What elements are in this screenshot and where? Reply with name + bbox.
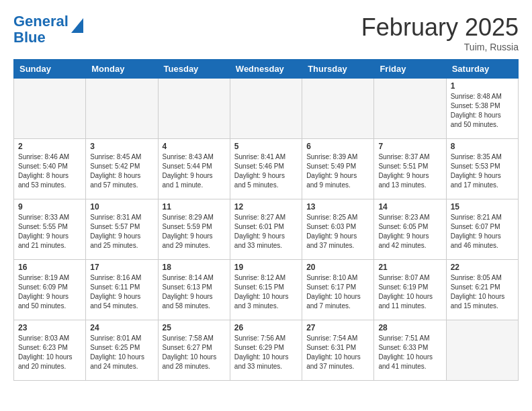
calendar-cell <box>158 79 230 139</box>
calendar-cell: 5Sunrise: 8:41 AM Sunset: 5:46 PM Daylig… <box>230 139 302 199</box>
calendar-body: 1Sunrise: 8:48 AM Sunset: 5:38 PM Daylig… <box>14 79 519 381</box>
calendar-cell: 17Sunrise: 8:16 AM Sunset: 6:11 PM Dayli… <box>86 260 158 320</box>
day-info: Sunrise: 8:46 AM Sunset: 5:40 PM Dayligh… <box>18 152 81 190</box>
day-info: Sunrise: 7:56 AM Sunset: 6:29 PM Dayligh… <box>234 334 298 371</box>
day-info: Sunrise: 7:58 AM Sunset: 6:27 PM Dayligh… <box>163 334 226 371</box>
day-header-saturday: Saturday <box>446 60 518 79</box>
day-header-sunday: Sunday <box>14 60 86 79</box>
day-number: 22 <box>451 263 514 272</box>
calendar-cell: 25Sunrise: 7:58 AM Sunset: 6:27 PM Dayli… <box>158 320 230 381</box>
calendar-cell: 24Sunrise: 8:01 AM Sunset: 6:25 PM Dayli… <box>86 320 158 381</box>
logo-text: General Blue <box>13 13 69 46</box>
calendar-cell: 3Sunrise: 8:45 AM Sunset: 5:42 PM Daylig… <box>86 139 158 199</box>
calendar-header-row: SundayMondayTuesdayWednesdayThursdayFrid… <box>14 60 519 79</box>
day-info: Sunrise: 8:29 AM Sunset: 5:59 PM Dayligh… <box>163 213 226 250</box>
day-number: 6 <box>306 142 369 151</box>
day-info: Sunrise: 8:01 AM Sunset: 6:25 PM Dayligh… <box>90 334 153 371</box>
day-number: 17 <box>90 263 153 272</box>
day-info: Sunrise: 8:14 AM Sunset: 6:13 PM Dayligh… <box>163 273 226 311</box>
day-info: Sunrise: 8:10 AM Sunset: 6:17 PM Dayligh… <box>306 273 369 311</box>
logo-line2: Blue <box>13 29 46 46</box>
calendar-cell: 7Sunrise: 8:37 AM Sunset: 5:51 PM Daylig… <box>374 139 446 199</box>
calendar-cell: 19Sunrise: 8:12 AM Sunset: 6:15 PM Dayli… <box>230 260 302 320</box>
calendar-week-3: 16Sunrise: 8:19 AM Sunset: 6:09 PM Dayli… <box>14 260 519 320</box>
day-number: 24 <box>90 323 153 332</box>
day-info: Sunrise: 8:16 AM Sunset: 6:11 PM Dayligh… <box>90 273 153 311</box>
day-info: Sunrise: 7:54 AM Sunset: 6:31 PM Dayligh… <box>306 334 369 371</box>
day-info: Sunrise: 8:37 AM Sunset: 5:51 PM Dayligh… <box>378 152 441 190</box>
day-number: 1 <box>451 81 514 91</box>
logo: General Blue <box>13 13 83 46</box>
day-number: 12 <box>234 202 298 212</box>
calendar-cell: 8Sunrise: 8:35 AM Sunset: 5:53 PM Daylig… <box>446 139 518 199</box>
calendar-cell: 6Sunrise: 8:39 AM Sunset: 5:49 PM Daylig… <box>302 139 374 199</box>
day-number: 2 <box>18 142 81 151</box>
calendar-week-2: 9Sunrise: 8:33 AM Sunset: 5:55 PM Daylig… <box>14 199 519 260</box>
logo-icon <box>71 18 83 33</box>
calendar-cell: 12Sunrise: 8:27 AM Sunset: 6:01 PM Dayli… <box>230 199 302 260</box>
day-info: Sunrise: 8:12 AM Sunset: 6:15 PM Dayligh… <box>234 273 298 311</box>
day-number: 9 <box>18 202 81 212</box>
day-number: 3 <box>90 142 153 151</box>
day-number: 25 <box>163 323 226 332</box>
day-info: Sunrise: 8:48 AM Sunset: 5:38 PM Dayligh… <box>451 92 514 130</box>
calendar-cell: 11Sunrise: 8:29 AM Sunset: 5:59 PM Dayli… <box>158 199 230 260</box>
day-number: 13 <box>306 202 369 212</box>
calendar-cell: 21Sunrise: 8:07 AM Sunset: 6:19 PM Dayli… <box>374 260 446 320</box>
calendar-cell: 16Sunrise: 8:19 AM Sunset: 6:09 PM Dayli… <box>14 260 86 320</box>
day-number: 28 <box>378 323 441 332</box>
day-number: 10 <box>90 202 153 212</box>
calendar-cell: 10Sunrise: 8:31 AM Sunset: 5:57 PM Dayli… <box>86 199 158 260</box>
day-info: Sunrise: 8:43 AM Sunset: 5:44 PM Dayligh… <box>163 152 226 190</box>
calendar-cell: 26Sunrise: 7:56 AM Sunset: 6:29 PM Dayli… <box>230 320 302 381</box>
calendar-cell: 1Sunrise: 8:48 AM Sunset: 5:38 PM Daylig… <box>446 79 518 139</box>
day-info: Sunrise: 8:07 AM Sunset: 6:19 PM Dayligh… <box>378 273 441 311</box>
day-number: 19 <box>234 263 298 272</box>
calendar-cell: 2Sunrise: 8:46 AM Sunset: 5:40 PM Daylig… <box>14 139 86 199</box>
calendar-cell <box>230 79 302 139</box>
calendar-week-1: 2Sunrise: 8:46 AM Sunset: 5:40 PM Daylig… <box>14 139 519 199</box>
day-info: Sunrise: 8:27 AM Sunset: 6:01 PM Dayligh… <box>234 213 298 250</box>
day-number: 8 <box>451 142 514 151</box>
day-info: Sunrise: 8:23 AM Sunset: 6:05 PM Dayligh… <box>378 213 441 250</box>
day-info: Sunrise: 8:21 AM Sunset: 6:07 PM Dayligh… <box>451 213 514 250</box>
calendar-week-4: 23Sunrise: 8:03 AM Sunset: 6:23 PM Dayli… <box>14 320 519 381</box>
calendar-cell: 28Sunrise: 7:51 AM Sunset: 6:33 PM Dayli… <box>374 320 446 381</box>
day-info: Sunrise: 8:33 AM Sunset: 5:55 PM Dayligh… <box>18 213 81 250</box>
day-number: 5 <box>234 142 298 151</box>
day-number: 4 <box>163 142 226 151</box>
day-number: 23 <box>18 323 81 332</box>
svg-marker-0 <box>71 18 83 33</box>
day-info: Sunrise: 8:05 AM Sunset: 6:21 PM Dayligh… <box>451 273 514 311</box>
calendar-cell: 22Sunrise: 8:05 AM Sunset: 6:21 PM Dayli… <box>446 260 518 320</box>
day-number: 14 <box>378 202 441 212</box>
location: Tuim, Russia <box>361 42 519 52</box>
day-info: Sunrise: 8:25 AM Sunset: 6:03 PM Dayligh… <box>306 213 369 250</box>
calendar-cell <box>14 79 86 139</box>
day-number: 16 <box>18 263 81 272</box>
day-number: 26 <box>234 323 298 332</box>
calendar-cell: 15Sunrise: 8:21 AM Sunset: 6:07 PM Dayli… <box>446 199 518 260</box>
calendar-cell: 23Sunrise: 8:03 AM Sunset: 6:23 PM Dayli… <box>14 320 86 381</box>
calendar-cell: 20Sunrise: 8:10 AM Sunset: 6:17 PM Dayli… <box>302 260 374 320</box>
header: General Blue February 2025 Tuim, Russia <box>13 13 519 52</box>
day-info: Sunrise: 8:39 AM Sunset: 5:49 PM Dayligh… <box>306 152 369 190</box>
day-header-monday: Monday <box>86 60 158 79</box>
month-title: February 2025 <box>361 13 519 42</box>
calendar: SundayMondayTuesdayWednesdayThursdayFrid… <box>13 59 519 381</box>
calendar-cell: 13Sunrise: 8:25 AM Sunset: 6:03 PM Dayli… <box>302 199 374 260</box>
day-info: Sunrise: 8:03 AM Sunset: 6:23 PM Dayligh… <box>18 334 81 371</box>
calendar-cell: 4Sunrise: 8:43 AM Sunset: 5:44 PM Daylig… <box>158 139 230 199</box>
calendar-cell <box>446 320 518 381</box>
day-info: Sunrise: 8:35 AM Sunset: 5:53 PM Dayligh… <box>451 152 514 190</box>
day-number: 7 <box>378 142 441 151</box>
calendar-cell: 9Sunrise: 8:33 AM Sunset: 5:55 PM Daylig… <box>14 199 86 260</box>
day-info: Sunrise: 8:45 AM Sunset: 5:42 PM Dayligh… <box>90 152 153 190</box>
calendar-cell <box>374 79 446 139</box>
day-info: Sunrise: 8:31 AM Sunset: 5:57 PM Dayligh… <box>90 213 153 250</box>
day-number: 11 <box>163 202 226 212</box>
title-area: February 2025 Tuim, Russia <box>361 13 519 52</box>
logo-line1: General <box>13 13 69 30</box>
calendar-cell <box>86 79 158 139</box>
day-header-friday: Friday <box>374 60 446 79</box>
